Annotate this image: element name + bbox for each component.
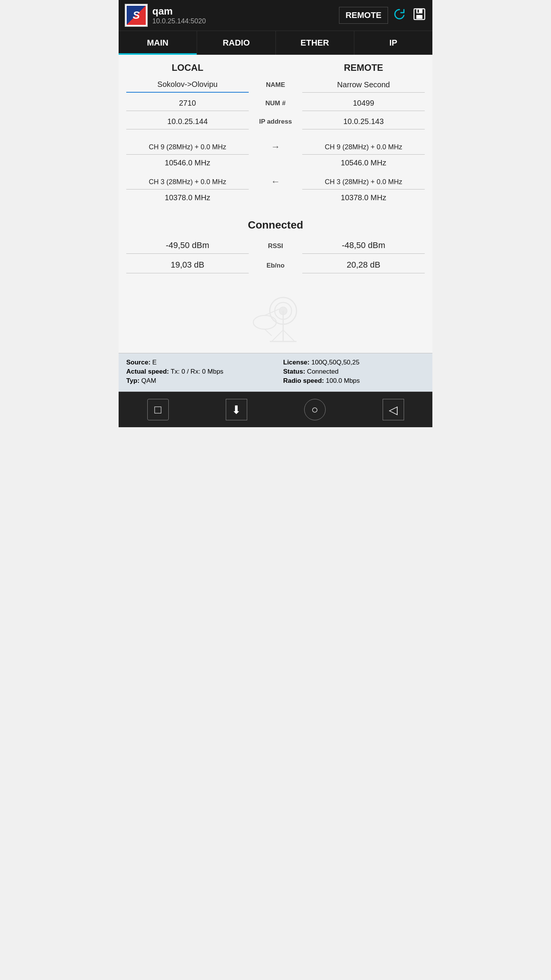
remote-ip-field[interactable] — [302, 114, 425, 129]
tab-radio[interactable]: RADIO — [197, 31, 276, 55]
remote-rx-channel[interactable] — [302, 175, 425, 189]
ebno-label: Eb/no — [249, 262, 302, 273]
status-text: Connected — [248, 219, 303, 231]
local-tx-freq: 10546.0 MHz — [126, 156, 249, 172]
tx-channel-row: → — [126, 140, 425, 155]
svg-line-12 — [265, 309, 279, 315]
tab-bar: MAIN RADIO ETHER IP — [119, 31, 432, 55]
footer-right-col: License: 100Q,50Q,50,25 Status: Connecte… — [283, 359, 425, 386]
local-ip-input[interactable] — [126, 114, 249, 129]
rx-freq-row: 10378.0 MHz 10378.0 MHz — [126, 191, 425, 207]
local-tx-channel[interactable] — [126, 140, 249, 155]
footer-radio-speed: Radio speed: 100.0 Mbps — [283, 377, 425, 385]
tab-ether[interactable]: ETHER — [276, 31, 354, 55]
name-row: NAME — [126, 77, 425, 93]
svg-line-10 — [283, 330, 295, 341]
remote-ip-input[interactable] — [302, 114, 425, 129]
nav-bar: □ ⬇ ○ ◁ — [119, 392, 432, 427]
footer-row: Source: E Actual speed: Tx: 0 / Rx: 0 Mb… — [126, 359, 425, 386]
main-content: LOCAL REMOTE NAME NUM # — [119, 55, 432, 353]
svg-rect-2 — [416, 15, 422, 19]
local-rx-channel[interactable] — [126, 175, 249, 189]
local-header: LOCAL — [126, 62, 249, 73]
local-name-input[interactable] — [126, 77, 249, 93]
svg-point-11 — [253, 315, 276, 329]
local-num-input[interactable] — [126, 96, 249, 111]
refresh-icon[interactable] — [393, 7, 406, 24]
remote-rx-freq: 10378.0 MHz — [302, 191, 425, 207]
local-name-field[interactable] — [126, 77, 249, 93]
column-headers: LOCAL REMOTE — [119, 55, 432, 77]
tab-main[interactable]: MAIN — [119, 31, 197, 55]
local-num-field[interactable] — [126, 96, 249, 111]
local-rx-channel-input[interactable] — [126, 175, 249, 189]
watermark-icon — [237, 280, 314, 349]
remote-rssi-input[interactable] — [302, 237, 425, 254]
connection-status: Connected — [126, 210, 425, 237]
watermark-area — [119, 276, 432, 353]
remote-tx-channel-input[interactable] — [302, 140, 425, 155]
name-label: NAME — [249, 81, 302, 93]
rssi-row: RSSI — [126, 237, 425, 254]
remote-tx-freq: 10546.0 MHz — [302, 156, 425, 172]
local-rx-freq: 10378.0 MHz — [126, 191, 249, 207]
remote-num-input[interactable] — [302, 96, 425, 111]
footer-license: License: 100Q,50Q,50,25 — [283, 359, 425, 366]
tx-freq-row: 10546.0 MHz 10546.0 MHz — [126, 156, 425, 172]
header-icons — [393, 7, 426, 24]
local-ip-field[interactable] — [126, 114, 249, 129]
rx-channel-row: ← — [126, 175, 425, 189]
save-icon[interactable] — [412, 7, 426, 24]
remote-rx-channel-input[interactable] — [302, 175, 425, 189]
app-header: S qam 10.0.25.144:5020 REMOTE — [119, 0, 432, 31]
remote-num-field[interactable] — [302, 96, 425, 111]
ebno-row: Eb/no — [126, 257, 425, 273]
num-label: NUM # — [249, 100, 302, 111]
footer-speed: Actual speed: Tx: 0 / Rx: 0 Mbps — [126, 368, 268, 376]
rssi-label: RSSI — [249, 242, 302, 254]
app-logo: S — [125, 4, 148, 27]
footer-type: Typ: QAM — [126, 377, 268, 385]
app-name: qam — [152, 5, 334, 17]
local-rssi-field[interactable] — [126, 237, 249, 254]
tab-ip[interactable]: IP — [354, 31, 432, 55]
nav-square-button[interactable]: □ — [147, 399, 169, 420]
nav-download-button[interactable]: ⬇ — [226, 399, 247, 420]
data-section: NAME NUM # IP address — [119, 77, 432, 273]
app-ip: 10.0.25.144:5020 — [152, 17, 334, 25]
svg-line-9 — [272, 330, 283, 341]
nav-back-button[interactable]: ◁ — [383, 399, 404, 420]
nav-home-button[interactable]: ○ — [304, 399, 326, 420]
remote-label: REMOTE — [339, 7, 388, 24]
tx-arrow-icon: → — [249, 141, 302, 154]
ip-label: IP address — [249, 118, 302, 129]
local-ebno-input[interactable] — [126, 257, 249, 273]
remote-name-field[interactable] — [302, 77, 425, 93]
footer-status: Source: E Actual speed: Tx: 0 / Rx: 0 Mb… — [119, 353, 432, 392]
remote-header: REMOTE — [302, 62, 425, 73]
remote-tx-channel[interactable] — [302, 140, 425, 155]
remote-ebno-field[interactable] — [302, 257, 425, 273]
footer-source: Source: E — [126, 359, 268, 366]
rx-arrow-icon: ← — [249, 176, 302, 188]
local-rssi-input[interactable] — [126, 237, 249, 254]
footer-left-col: Source: E Actual speed: Tx: 0 / Rx: 0 Mb… — [126, 359, 268, 386]
footer-status: Status: Connected — [283, 368, 425, 376]
local-ebno-field[interactable] — [126, 257, 249, 273]
remote-rssi-field[interactable] — [302, 237, 425, 254]
svg-rect-3 — [417, 10, 419, 13]
remote-ebno-input[interactable] — [302, 257, 425, 273]
num-row: NUM # — [126, 96, 425, 111]
svg-line-13 — [265, 329, 272, 336]
app-info: qam 10.0.25.144:5020 — [152, 5, 334, 25]
ip-row: IP address — [126, 114, 425, 129]
remote-name-input[interactable] — [302, 77, 425, 93]
svg-rect-1 — [416, 9, 422, 13]
local-tx-channel-input[interactable] — [126, 140, 249, 155]
